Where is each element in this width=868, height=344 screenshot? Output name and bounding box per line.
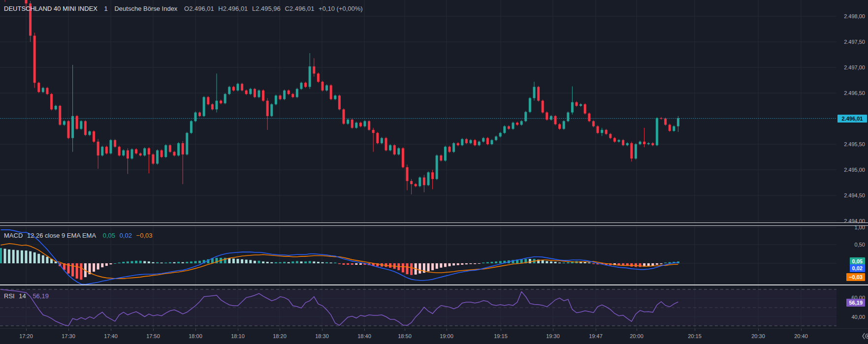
macd-params: 12 26 close 9 EMA EMA [27, 232, 96, 239]
time-axis-tick [801, 329, 802, 331]
price-axis-label: 2.495,00 [844, 167, 865, 173]
rsi-name[interactable]: RSI [4, 292, 15, 300]
rsi-value: 56,19 [32, 292, 49, 300]
time-axis-label: 19:00 [440, 333, 453, 339]
time-axis-tick [501, 329, 501, 331]
time-axis-label: 18:40 [357, 333, 371, 339]
time-axis-label: 20:40 [794, 333, 808, 339]
macd-value-badge: −0,03 [846, 273, 865, 281]
rsi-params: 14 [19, 292, 26, 300]
time-axis-tick [322, 329, 322, 331]
macd-hist-value: 0,05 [103, 232, 115, 239]
macd-name[interactable]: MACD [4, 232, 23, 239]
time-axis-tick [280, 329, 280, 331]
time-axis-tick [238, 329, 238, 331]
time-axis-label: 20:30 [751, 333, 765, 339]
time-axis-label: 17:40 [104, 333, 118, 339]
time-axis-label: 19:15 [494, 333, 508, 339]
price-axis-label: 2.494,00 [844, 218, 865, 224]
trading-chart-window: 2.498,002.497,502.497,002.496,502.495,50… [0, 0, 868, 344]
time-axis-label: 18:10 [231, 333, 245, 339]
time-axis-label: 19:47 [589, 333, 603, 339]
time-axis-tick [405, 329, 405, 331]
macd-axis-label: 0,50 [855, 242, 865, 248]
time-axis-label: 20:00 [630, 333, 643, 339]
macd-value-badge: 0,02 [850, 264, 865, 272]
rsi-legend: RSI 14 56,19 [4, 292, 49, 300]
time-axis-tick [68, 329, 69, 331]
time-axis-tick [153, 329, 154, 331]
time-axis-label: 18:00 [189, 333, 202, 339]
time-axis-tick [596, 329, 596, 331]
symbol-description: Deutsche Börse Index [114, 5, 177, 12]
time-axis-label: 19:30 [546, 333, 560, 339]
pane-separator-macd[interactable] [0, 222, 868, 223]
time-axis-tick [637, 329, 637, 331]
high-label: H [218, 5, 223, 12]
time-axis-label: 17:50 [146, 333, 160, 339]
price-axis-label: 2.496,50 [844, 90, 865, 96]
high-value: 2.496,01 [223, 5, 248, 12]
rsi-value-badge: 56,19 [846, 299, 865, 307]
time-axis-tick [111, 329, 111, 331]
last-price-badge: 2.496,01 [837, 115, 867, 123]
time-axis-tick [26, 329, 27, 331]
pane-separator-macd-2 [0, 225, 868, 226]
time-axis-label: 17:30 [62, 333, 75, 339]
time-axis-label: 18:50 [398, 333, 412, 339]
time-axis-tick [447, 329, 447, 331]
open-value: 2.496,01 [189, 5, 214, 12]
time-axis-tick [364, 329, 365, 331]
interval-label[interactable]: 1 [104, 5, 108, 12]
macd-line-value: 0,02 [120, 232, 132, 239]
time-axis-tick [553, 329, 553, 331]
time-axis-tick [758, 329, 759, 331]
open-label: O [184, 5, 189, 12]
price-axis-label: 2.497,50 [844, 39, 865, 45]
price-axis-label: 2.495,50 [844, 141, 865, 147]
price-axis-label: 2.494,50 [844, 192, 865, 198]
time-axis-label: 18:30 [315, 333, 329, 339]
time-axis-label: 20:15 [688, 333, 702, 339]
low-value: 2.495,96 [256, 5, 281, 12]
symbol-legend: DEUTSCHLAND 40 MINI INDEX 1 Deutsche Bör… [4, 5, 363, 12]
time-axis-tick [195, 329, 196, 331]
pane-separator-rsi[interactable] [0, 284, 868, 285]
time-axis-label: 17:20 [19, 333, 33, 339]
price-axis-label: 2.498,00 [844, 13, 865, 19]
macd-signal-value: −0,03 [136, 232, 153, 239]
close-value: 2.496,01 [289, 5, 315, 12]
rsi-axis-label: 40,00 [851, 314, 865, 320]
time-axis[interactable]: 17:2017:3017:4017:5018:0018:1018:2018:30… [0, 328, 868, 344]
time-axis-tick [695, 329, 695, 331]
symbol-title[interactable]: DEUTSCHLAND 40 MINI INDEX [4, 5, 97, 12]
macd-legend: MACD 12 26 close 9 EMA EMA 0,05 0,02 −0,… [4, 232, 153, 239]
time-axis-label: 18:20 [273, 333, 287, 339]
price-axis[interactable]: 2.498,002.497,502.497,002.496,502.495,50… [836, 0, 868, 328]
price-axis-label: 2.497,00 [844, 64, 865, 70]
change-value: +0,10 (+0,00%) [319, 5, 363, 12]
close-label: C [285, 5, 289, 12]
rsi-pane[interactable] [0, 285, 868, 328]
price-chart-pane[interactable] [0, 0, 868, 222]
